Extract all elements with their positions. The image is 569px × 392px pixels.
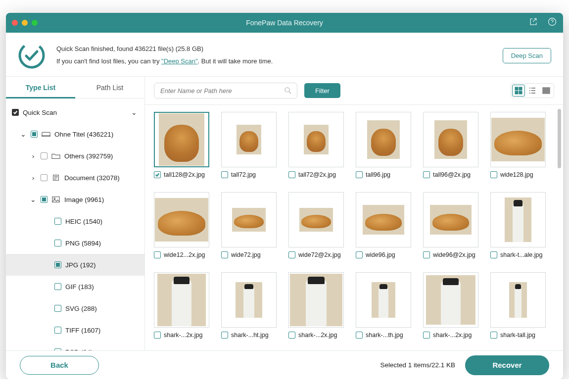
tree-png[interactable]: PNG (5894) [6, 232, 144, 254]
select-checkbox[interactable] [221, 171, 228, 178]
svg-rect-11 [519, 91, 522, 94]
thumbnail-cell: shark-...2x.jpg [423, 272, 478, 339]
list-view-button[interactable] [526, 85, 539, 97]
thumbnail[interactable] [221, 272, 277, 328]
file-name: wide12...2x.jpg [164, 251, 205, 258]
thumbnail-grid: tall128@2x.jpgtall72.jpgtall72@2x.jpgtal… [145, 105, 563, 350]
select-checkbox[interactable] [356, 171, 363, 178]
file-name: wide96@2x.jpg [433, 251, 475, 258]
thumbnail[interactable] [356, 272, 411, 328]
tree-others[interactable]: › Others (392759) [6, 145, 144, 167]
search-input[interactable] [154, 83, 297, 98]
tree-psd[interactable]: PSD (24) [6, 341, 144, 350]
select-checkbox[interactable] [221, 251, 228, 258]
select-checkbox[interactable] [288, 171, 295, 178]
checkbox-partial[interactable] [41, 196, 47, 203]
tree-jpg[interactable]: JPG (192) [6, 254, 144, 276]
tree-tiff[interactable]: TIFF (1607) [6, 319, 144, 341]
checkbox[interactable] [41, 174, 47, 181]
thumbnail[interactable] [490, 192, 546, 247]
back-button[interactable]: Back [20, 356, 99, 375]
checkbox-partial[interactable] [31, 131, 38, 138]
checkbox[interactable] [54, 240, 61, 246]
grid-view-button[interactable] [512, 85, 525, 97]
thumbnail[interactable] [423, 192, 478, 247]
thumbnail[interactable] [288, 192, 344, 247]
select-checkbox[interactable] [288, 251, 295, 258]
file-name: shark-...ht.jpg [231, 332, 269, 339]
select-checkbox[interactable] [154, 251, 161, 258]
thumbnail[interactable] [423, 112, 478, 167]
deep-scan-button[interactable]: Deep Scan [503, 48, 551, 63]
selection-summary: Selected 1 items/22.1 KB [380, 361, 455, 369]
tree-quick-scan[interactable]: Quick Scan ⌄ [6, 101, 144, 123]
thumbnail[interactable] [356, 192, 411, 247]
checkbox[interactable] [54, 218, 61, 225]
tree-document[interactable]: › Document (32078) [6, 167, 144, 189]
thumbnail[interactable] [356, 112, 411, 167]
image-icon [51, 196, 60, 203]
checkbox[interactable] [54, 305, 61, 312]
svg-rect-9 [519, 87, 522, 90]
column-view-button[interactable] [540, 85, 553, 97]
thumbnail-cell: wide72@2x.jpg [288, 192, 344, 258]
app-window: FonePaw Data Recovery Quick Scan finishe… [6, 13, 563, 379]
document-icon [51, 174, 60, 181]
select-checkbox[interactable] [154, 332, 161, 339]
file-name: shark-...2x.jpg [164, 332, 203, 339]
select-checkbox[interactable] [423, 332, 430, 339]
checkbox[interactable] [41, 152, 47, 159]
checkmark-icon [12, 109, 19, 116]
scan-hint: If you can't find lost files, you can tr… [56, 55, 273, 68]
select-checkbox[interactable] [490, 171, 497, 178]
filter-button[interactable]: Filter [304, 83, 340, 98]
chevron-down-icon: ⌄ [20, 130, 27, 138]
deep-scan-link[interactable]: "Deep Scan" [161, 57, 198, 65]
select-checkbox[interactable] [490, 251, 497, 258]
tree-image[interactable]: ⌄ Image (9961) [6, 189, 144, 210]
thumbnail-cell: tall128@2x.jpg [154, 112, 209, 178]
thumbnail-cell: shark-...2x.jpg [154, 272, 209, 339]
checkbox[interactable] [54, 283, 61, 290]
select-checkbox[interactable] [423, 251, 430, 258]
status-bar: Quick Scan finished, found 436221 file(s… [6, 33, 563, 77]
thumbnail[interactable] [154, 112, 209, 167]
tab-path-list[interactable]: Path List [75, 77, 144, 98]
select-checkbox[interactable] [356, 332, 363, 339]
svg-point-7 [285, 88, 289, 92]
tree-gif[interactable]: GIF (183) [6, 276, 144, 297]
thumbnail-cell: shark-...th.jpg [356, 272, 411, 339]
thumbnail-cell: shark-tall.jpg [490, 272, 546, 339]
thumbnail[interactable] [221, 112, 277, 167]
select-checkbox[interactable] [288, 332, 295, 339]
recover-button[interactable]: Recover [465, 355, 549, 375]
thumbnail-cell: tall72@2x.jpg [288, 112, 344, 178]
tab-type-list[interactable]: Type List [6, 77, 75, 98]
select-checkbox[interactable] [423, 171, 430, 178]
thumbnail-cell: wide72.jpg [221, 192, 277, 258]
thumbnail[interactable] [154, 272, 209, 328]
select-checkbox[interactable] [356, 251, 363, 258]
chevron-down-icon: ⌄ [131, 108, 138, 116]
tree-heic[interactable]: HEIC (1540) [6, 210, 144, 232]
file-name: tall128@2x.jpg [164, 171, 205, 178]
file-name: shark-...2x.jpg [298, 332, 337, 339]
svg-rect-8 [515, 87, 518, 90]
thumbnail[interactable] [154, 192, 209, 247]
thumbnail[interactable] [423, 272, 478, 328]
select-checkbox[interactable] [154, 171, 161, 178]
thumbnail-cell: wide96.jpg [356, 192, 411, 258]
thumbnail[interactable] [221, 192, 277, 247]
thumbnail[interactable] [288, 272, 344, 328]
scrollbar[interactable] [558, 109, 561, 168]
thumbnail[interactable] [288, 112, 344, 167]
tree-volume[interactable]: ⌄ Ohne Titel (436221) [6, 123, 144, 145]
thumbnail-cell: tall72.jpg [221, 112, 277, 178]
select-checkbox[interactable] [221, 332, 228, 339]
select-checkbox[interactable] [490, 332, 497, 339]
checkbox[interactable] [54, 327, 61, 334]
thumbnail[interactable] [490, 112, 546, 167]
thumbnail[interactable] [490, 272, 546, 328]
checkbox-checked[interactable] [54, 261, 61, 268]
tree-svg[interactable]: SVG (288) [6, 297, 144, 319]
